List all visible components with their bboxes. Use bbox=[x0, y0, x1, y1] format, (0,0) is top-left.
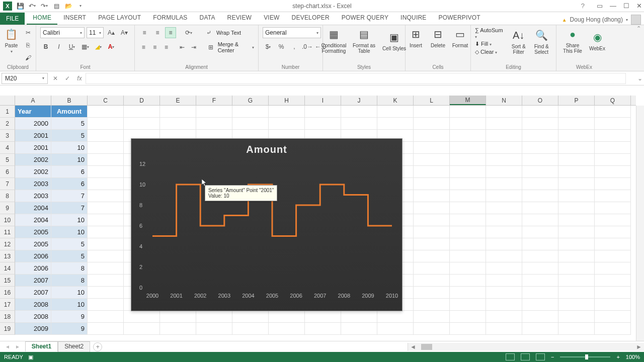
cell[interactable] bbox=[595, 311, 631, 323]
cell[interactable] bbox=[450, 178, 486, 190]
user-area[interactable]: ▲ Doug Hong (dhong) ▾ bbox=[562, 15, 644, 25]
insert-cells-button[interactable]: ⊞Insert bbox=[406, 27, 426, 48]
currency-icon[interactable]: $▾ bbox=[263, 41, 274, 52]
tab-data[interactable]: DATA bbox=[194, 12, 221, 25]
cell[interactable] bbox=[377, 323, 414, 335]
sheet-nav-next[interactable]: ► bbox=[15, 344, 20, 349]
tab-view[interactable]: VIEW bbox=[258, 12, 285, 25]
cell[interactable] bbox=[486, 323, 522, 335]
underline-button[interactable]: U▾ bbox=[66, 41, 77, 52]
cell[interactable] bbox=[414, 190, 450, 202]
cell[interactable]: 2005 bbox=[15, 238, 51, 250]
ribbon-display-icon[interactable]: ▭ bbox=[597, 2, 603, 10]
bold-button[interactable]: B bbox=[40, 41, 51, 52]
fill-color-button[interactable]: ◢▾ bbox=[93, 41, 104, 52]
cell[interactable] bbox=[450, 299, 486, 311]
cell[interactable] bbox=[486, 142, 522, 154]
cell[interactable] bbox=[595, 190, 631, 202]
cell[interactable]: 5 bbox=[51, 118, 88, 130]
orientation-icon[interactable]: ⟳▾ bbox=[183, 27, 194, 38]
cell[interactable]: 2007 bbox=[15, 275, 51, 287]
cell[interactable] bbox=[450, 142, 486, 154]
cell[interactable] bbox=[377, 106, 414, 118]
maximize-icon[interactable]: ☐ bbox=[623, 2, 629, 10]
cell[interactable] bbox=[450, 106, 486, 118]
cell[interactable] bbox=[595, 118, 631, 130]
cell[interactable] bbox=[196, 311, 232, 323]
cell[interactable] bbox=[595, 238, 631, 250]
cell[interactable] bbox=[450, 154, 486, 166]
cell[interactable] bbox=[450, 226, 486, 238]
row-header[interactable]: 16 bbox=[0, 287, 15, 299]
cell[interactable] bbox=[341, 118, 377, 130]
cell[interactable] bbox=[522, 226, 558, 238]
cell[interactable]: 2004 bbox=[15, 214, 51, 226]
cell[interactable] bbox=[486, 190, 522, 202]
cell[interactable]: 2002 bbox=[15, 154, 51, 166]
cell[interactable] bbox=[595, 287, 631, 299]
cell[interactable] bbox=[522, 250, 558, 262]
cell[interactable] bbox=[88, 311, 124, 323]
sheet-tab[interactable]: Sheet2 bbox=[58, 341, 90, 352]
cell[interactable] bbox=[486, 226, 522, 238]
row-header[interactable]: 8 bbox=[0, 190, 15, 202]
cell[interactable] bbox=[341, 106, 377, 118]
column-header[interactable]: L bbox=[414, 96, 450, 105]
cell[interactable] bbox=[450, 166, 486, 178]
cell[interactable] bbox=[486, 202, 522, 214]
cell[interactable] bbox=[486, 250, 522, 262]
cell[interactable] bbox=[522, 311, 558, 323]
cell[interactable]: 10 bbox=[51, 142, 88, 154]
cell[interactable] bbox=[88, 287, 124, 299]
cell[interactable]: Year bbox=[15, 106, 51, 118]
cell[interactable] bbox=[88, 178, 124, 190]
qat-open-icon[interactable]: 📂 bbox=[64, 2, 72, 10]
cell[interactable] bbox=[558, 166, 595, 178]
decrease-font-icon[interactable]: A▾ bbox=[119, 27, 130, 38]
cell[interactable] bbox=[88, 275, 124, 287]
cell[interactable]: 6 bbox=[51, 166, 88, 178]
sheet-tab[interactable]: Sheet1 bbox=[25, 341, 58, 352]
cell[interactable] bbox=[595, 250, 631, 262]
cell[interactable] bbox=[558, 154, 595, 166]
cell[interactable]: 2000 bbox=[15, 118, 51, 130]
cell[interactable]: 2008 bbox=[15, 299, 51, 311]
cell[interactable] bbox=[414, 311, 450, 323]
row-header[interactable]: 14 bbox=[0, 262, 15, 275]
cell[interactable]: 2005 bbox=[15, 226, 51, 238]
cell[interactable] bbox=[486, 166, 522, 178]
cell[interactable] bbox=[522, 130, 558, 142]
select-all-corner[interactable] bbox=[0, 96, 15, 106]
cell[interactable]: 5 bbox=[51, 250, 88, 262]
formula-bar[interactable] bbox=[86, 73, 626, 84]
align-bottom-icon[interactable]: ≡ bbox=[165, 27, 176, 38]
cell[interactable]: 7 bbox=[51, 202, 88, 214]
cell[interactable] bbox=[558, 275, 595, 287]
cell[interactable] bbox=[595, 275, 631, 287]
cell[interactable] bbox=[522, 142, 558, 154]
undo-icon[interactable]: ↶▾ bbox=[28, 2, 36, 10]
cell[interactable] bbox=[124, 323, 160, 335]
cell[interactable] bbox=[88, 226, 124, 238]
cell[interactable] bbox=[522, 202, 558, 214]
cell[interactable] bbox=[522, 323, 558, 335]
cell[interactable] bbox=[88, 142, 124, 154]
file-tab[interactable]: FILE bbox=[0, 13, 25, 25]
cell[interactable] bbox=[88, 202, 124, 214]
row-header[interactable]: 2 bbox=[0, 118, 15, 130]
wrap-text-button[interactable]: Wrap Text bbox=[216, 30, 241, 36]
cell[interactable] bbox=[414, 275, 450, 287]
cell[interactable] bbox=[595, 214, 631, 226]
cell[interactable] bbox=[558, 214, 595, 226]
cell[interactable] bbox=[88, 166, 124, 178]
cell[interactable] bbox=[88, 106, 124, 118]
cell[interactable] bbox=[88, 250, 124, 262]
cell[interactable]: 9 bbox=[51, 323, 88, 335]
cell[interactable] bbox=[595, 226, 631, 238]
cell[interactable] bbox=[160, 118, 196, 130]
cell[interactable] bbox=[88, 214, 124, 226]
cell[interactable] bbox=[522, 275, 558, 287]
cell[interactable] bbox=[486, 214, 522, 226]
column-header[interactable]: F bbox=[196, 96, 232, 105]
cell[interactable]: 2002 bbox=[15, 166, 51, 178]
